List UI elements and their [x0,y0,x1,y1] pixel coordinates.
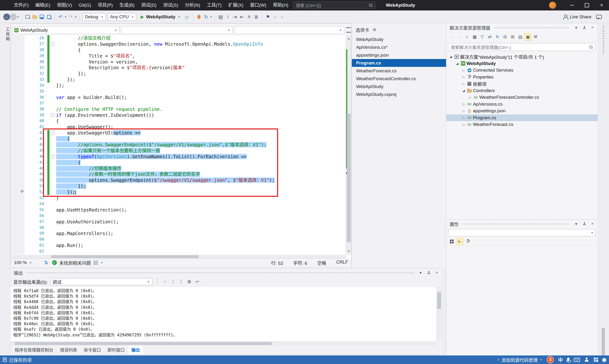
tree-item[interactable]: ▷依赖项 [446,80,597,87]
member-dropdown[interactable]: ▾ [234,26,344,34]
tab-item[interactable]: ApiVersions.cs* [352,43,446,51]
solution-search-input[interactable]: 搜索解决方案资源管理器(Ctrl+;) [448,43,596,51]
go-to-next-message-icon[interactable]: ↧ [178,278,185,285]
code-line[interactable]: 49 //参数一时使用的哪个json文件，参数二就是它的名字 [11,171,346,177]
code-line[interactable]: 62 [11,248,346,254]
split-window-button[interactable] [346,27,351,33]
pin-icon[interactable] [426,270,431,275]
fold-margin[interactable]: - [50,112,56,118]
outdent-icon[interactable]: ⇤ [238,13,246,21]
next-bookmark-icon[interactable]: » [279,13,286,21]
minimize-button[interactable] [565,0,580,11]
code-line[interactable]: 45 //如果只有一个版本也要和上方保持一致 [11,148,346,154]
menu-item[interactable]: 工具(T) [203,0,225,11]
people-icon[interactable] [584,358,589,362]
navigation-dropdown-icon[interactable]: ▾ [17,15,20,19]
expand-arrow-icon[interactable]: ▷ [461,68,466,72]
expand-arrow-icon[interactable]: ▷ [467,96,473,99]
tree-item[interactable]: ◢WebApiStudy [446,60,597,67]
code-line[interactable]: 40{ [11,118,346,124]
preview-selected-items-icon[interactable]: ▣ [524,33,531,40]
debug-configuration-select[interactable]: Debug ▾ [83,13,106,21]
window-menu-icon[interactable]: ▾ [573,221,579,226]
code-line[interactable]: 38// Configure the HTTP request pipeline… [11,106,346,112]
code-line[interactable]: 54 [11,201,346,207]
menu-item[interactable]: 项目(P) [94,0,116,11]
tab-item[interactable]: WebApiStudy [352,83,446,91]
properties-icon[interactable]: ⚒ [532,33,539,40]
redo-dropdown-icon[interactable]: ▾ [74,15,77,19]
code-line[interactable]: 34}); [11,83,346,89]
code-line[interactable]: 60 [11,236,346,242]
scrollbar-thumb[interactable] [51,255,199,258]
refresh-icon[interactable]: ↻ [494,33,501,40]
tab-item[interactable]: WeatherForecastController.cs [352,75,446,83]
navigate-backward-icon[interactable]: ← [3,13,10,20]
scroll-up-icon[interactable] [347,37,350,39]
expand-arrow-icon[interactable]: ▷ [461,109,466,113]
save-icon[interactable] [38,13,45,21]
expand-arrow-icon[interactable]: ▷ [461,123,466,126]
zoom-select[interactable]: 100 % ▾ [14,260,40,265]
fold-margin[interactable]: - [50,41,56,47]
sync-with-active-document-icon[interactable]: ⇄ [486,33,493,40]
code-line[interactable]: 50 options.SwaggerEndpoint($"/swagger/V1… [11,177,346,183]
tool-window-tab[interactable]: 输出 [129,346,143,354]
code-line[interactable]: 33 }); [11,77,346,83]
pin-icon[interactable] [581,221,587,226]
code-line[interactable]: 27- options.SwaggerDoc(version, new Micr… [11,41,346,47]
fold-marker-icon[interactable]: - [51,131,54,135]
output-header[interactable]: 输出 ▾ × [11,268,442,277]
live-share-label[interactable]: Live Share [570,14,591,20]
code-line[interactable]: 58 [11,225,346,231]
tree-item[interactable]: ▷WeatherForecast.cs [446,121,597,128]
show-all-files-icon[interactable]: ▤ [517,33,524,40]
forward-icon[interactable]: → [456,33,463,40]
new-project-icon[interactable] [24,13,31,21]
tool-window-tab[interactable]: 命令窗口 [81,346,104,354]
code-line[interactable]: 29 Title = $"项目名", [11,53,346,59]
menu-item[interactable]: 窗口(W) [247,0,270,11]
collapse-all-icon[interactable]: ⊞ [509,33,516,40]
ime-language-indicator[interactable]: 中 [558,356,563,363]
tree-item[interactable]: ▷Connected Services [446,67,597,74]
user-avatar[interactable] [549,2,556,9]
clear-all-icon[interactable]: ⊠ [186,278,193,285]
menu-item[interactable]: 编辑(E) [32,0,53,11]
tree-item[interactable]: ▷ApiVersions.cs [446,101,597,108]
hot-reload-icon[interactable] [195,13,202,21]
global-search-box[interactable]: 搜索 (Ctrl+Q) [293,2,376,9]
editor-vertical-scrollbar[interactable] [346,35,351,255]
menu-item[interactable]: 视图(V) [54,0,75,11]
tool-window-tab[interactable]: 即时窗口 [105,346,128,354]
collapse-arrow-icon[interactable]: ◢ [448,55,454,58]
back-icon[interactable]: ← [448,33,455,40]
undo-dropdown-icon[interactable]: ▾ [64,15,67,19]
code-line[interactable]: 51 }); [11,183,346,189]
uncomment-selection-icon[interactable]: ≣ [253,13,260,21]
code-line[interactable]: 55app.UseHttpsRedirection(); [11,207,346,213]
output-vertical-scrollbar[interactable] [436,286,442,341]
indentation-indicator[interactable]: 空格 [317,260,326,266]
code-line[interactable]: 46- typeof(ApiVersions).GetEnumNames().T… [11,154,346,160]
code-line[interactable]: 28 { [11,47,346,53]
menu-item[interactable]: Git(G) [75,0,94,11]
home-icon[interactable]: ⌂ [463,33,471,40]
save-all-icon[interactable] [45,13,52,21]
feedback-icon[interactable] [596,15,602,19]
project-dropdown[interactable]: C# WebApiStudy ▾ [12,26,119,34]
tab-item[interactable]: WebApiStudy [352,36,446,43]
scrollbar-thumb[interactable] [602,328,605,359]
code-line[interactable]: 32 }); [11,71,346,77]
output-horizontal-scrollbar[interactable] [11,341,436,346]
open-file-icon[interactable] [31,13,38,21]
fold-margin[interactable]: - [50,130,56,136]
scrollbar-thumb[interactable] [437,292,441,309]
start-without-debugging-icon[interactable]: ▷ [184,13,191,21]
restart-icon[interactable]: ↻ [202,13,210,21]
microphone-icon[interactable] [567,358,570,361]
pending-changes-filter-icon[interactable]: ▽ [479,33,486,40]
code-cleanup-icon[interactable] [93,261,98,265]
code-line[interactable]: 44 //options.SwaggerEndpoint($"/swagger/… [11,142,346,148]
fold-marker-icon[interactable]: - [51,113,54,117]
